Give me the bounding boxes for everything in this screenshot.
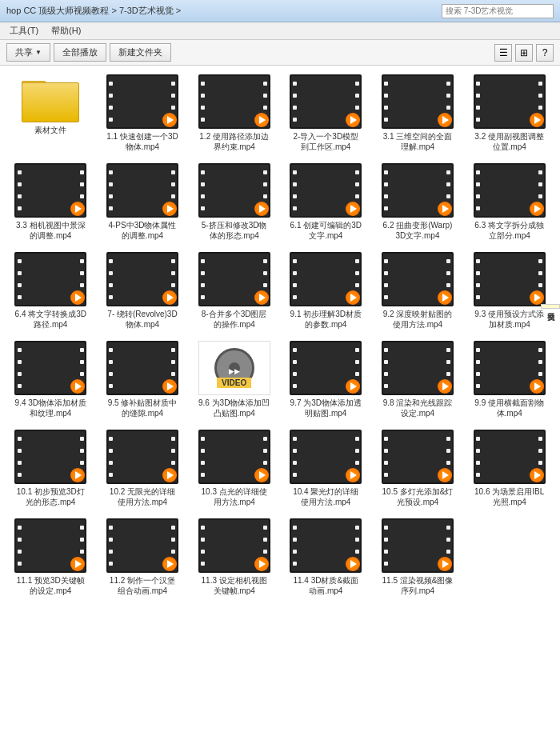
list-item[interactable]: 2-导入一个3D模型到工作区.mp4 <box>282 72 370 154</box>
play-button[interactable] <box>254 557 269 571</box>
main-area: 素材文件 <box>0 66 560 740</box>
list-item[interactable]: Ghibelline 6.2 扭曲变形(Warp)3D文字.mp4 <box>374 161 462 243</box>
list-item[interactable]: 6.1 创建可编辑的3D文字.mp4 <box>282 161 370 243</box>
play-button[interactable] <box>530 379 544 394</box>
thumbnail-wrapper <box>474 74 546 129</box>
help-button[interactable]: ? <box>536 44 554 62</box>
list-item[interactable]: 9.3 使用预设方式添加材质.mp4 <box>465 250 554 332</box>
list-item[interactable]: DOLPHIN 6.3 将文字拆分成独立部分.mp4 <box>465 161 554 243</box>
play-button[interactable] <box>438 113 452 127</box>
thumbnail-wrapper <box>14 163 86 218</box>
list-item[interactable]: ▶▶ VIDEO 9.6 为3D物体添加凹凸贴图.mp4 <box>190 338 278 421</box>
thumbnail-wrapper: Ghibelline <box>382 163 454 218</box>
file-label: 素材文件 <box>34 125 66 135</box>
file-label: 1.1 快速创建一个3D物体.mp4 <box>106 131 178 152</box>
list-item[interactable]: 11.3 设定相机视图关键帧.mp4 <box>190 516 278 598</box>
play-button[interactable] <box>254 202 269 216</box>
file-grid-container[interactable]: 素材文件 <box>0 66 560 740</box>
play-button[interactable] <box>438 379 452 394</box>
list-item[interactable]: 3.1 三维空间的全面理解.mp4 <box>374 72 462 154</box>
file-label: 6.2 扭曲变形(Warp)3D文字.mp4 <box>382 220 454 241</box>
play-button[interactable] <box>162 202 177 216</box>
file-label: 3.3 相机视图中景深的调整.mp4 <box>14 220 86 241</box>
thumbnail-wrapper <box>290 341 362 395</box>
menu-help[interactable]: 帮助(H) <box>45 23 87 38</box>
list-item[interactable]: 9.2 深度映射贴图的使用方法.mp4 <box>374 250 462 332</box>
list-item[interactable]: 9.7 为3D物体添加透明贴图.mp4 <box>282 338 370 421</box>
list-item[interactable]: 8-合并多个3D图层的操作.mp4 <box>190 250 278 332</box>
play-button[interactable] <box>254 468 269 482</box>
list-item[interactable]: 9.5 修补贴图材质中的缝隙.mp4 <box>98 338 187 421</box>
play-button[interactable] <box>162 290 177 305</box>
view-list-button[interactable]: ☰ <box>494 44 512 62</box>
play-button[interactable] <box>530 290 544 305</box>
new-folder-button[interactable]: 新建文件夹 <box>110 43 171 62</box>
file-label: 6.1 创建可编辑的3D文字.mp4 <box>290 220 362 241</box>
list-item[interactable]: 9.8 渲染和光线跟踪设定.mp4 <box>374 338 462 421</box>
list-item[interactable]: 1.2 使用路径添加边界约束.mp4 <box>190 72 278 154</box>
list-item[interactable]: 3.2 使用副视图调整位置.mp4 <box>465 72 554 154</box>
thumbnail-wrapper <box>290 252 362 306</box>
play-button[interactable] <box>530 113 544 127</box>
thumbnail-wrapper <box>106 74 178 129</box>
thumbnail-wrapper: DOLPHIN <box>474 163 546 218</box>
search-input[interactable] <box>446 6 550 15</box>
list-item[interactable]: 10.6 为场景启用IBL光照.mp4 <box>465 427 554 510</box>
menu-tools[interactable]: 工具(T) <box>3 23 45 38</box>
thumbnail-wrapper <box>106 341 178 395</box>
thumbnail-wrapper <box>106 163 178 218</box>
play-button[interactable] <box>530 202 544 216</box>
title-bar: hop CC 顶级大师视频教程 > 7-3D艺术视觉 > <box>0 0 560 22</box>
list-item[interactable]: 10.3 点光的详细使用方法.mp4 <box>190 427 278 510</box>
file-label: 3.2 使用副视图调整位置.mp4 <box>474 131 546 152</box>
list-item[interactable]: 10.5 多灯光添加&灯光预设.mp4 <box>374 427 462 510</box>
file-label: 9.4 3D物体添加材质和纹理.mp4 <box>14 398 86 418</box>
list-item[interactable]: 9.1 初步理解3D材质的参数.mp4 <box>282 250 370 332</box>
play-button[interactable] <box>162 468 177 482</box>
play-button[interactable] <box>438 468 452 482</box>
list-item[interactable]: 10.1 初步预览3D灯光的形态.mp4 <box>6 427 95 510</box>
video-icon: ▶▶ VIDEO <box>198 341 270 395</box>
list-item[interactable]: 5-挤压和修改3D物体的形态.mp4 <box>190 161 278 243</box>
play-button[interactable] <box>254 113 269 127</box>
file-label: 10.2 无限光的详细使用方法.mp4 <box>106 486 178 507</box>
view-grid-button[interactable]: ⊞ <box>515 44 533 62</box>
list-item[interactable]: 1.1 快速创建一个3D物体.mp4 <box>98 72 187 154</box>
list-item[interactable]: DOLPHIN 10.4 聚光灯的详细使用方法.mp4 <box>282 427 370 510</box>
list-item[interactable]: DOLPHIN 3D 11.1 预览3D关键帧的设定.mp4 <box>6 516 95 598</box>
title-bar-path: hop CC 顶级大师视频教程 > 7-3D艺术视觉 > <box>6 5 442 17</box>
thumbnail-wrapper <box>290 74 362 129</box>
share-button[interactable]: 共享 ▼ <box>6 43 50 62</box>
thumbnail-wrapper <box>14 430 86 484</box>
thumbnail-wrapper <box>106 518 178 573</box>
file-label: 10.3 点光的详细使用方法.mp4 <box>198 486 270 507</box>
list-item[interactable]: 素材文件 <box>6 72 95 154</box>
search-box[interactable] <box>442 4 554 18</box>
thumbnail-wrapper <box>290 163 362 218</box>
toolbar-right: ☰ ⊞ ? <box>494 44 554 62</box>
play-button[interactable] <box>438 290 452 305</box>
play-all-button[interactable]: 全部播放 <box>54 43 106 62</box>
list-item[interactable]: 11.2 制作一个汉堡组合动画.mp4 <box>98 516 187 598</box>
list-item[interactable]: DOLPHIN 11.4 3D材质&截面动画.mp4 <box>282 516 370 598</box>
play-button[interactable] <box>438 202 452 216</box>
list-item[interactable]: 4-PS中3D物体属性的调整.mp4 <box>98 161 187 243</box>
list-item[interactable]: 9.9 使用横截面割物体.mp4 <box>465 338 554 421</box>
file-label: 11.1 预览3D关键帧的设定.mp4 <box>14 575 86 596</box>
play-button[interactable] <box>162 113 177 127</box>
play-button[interactable] <box>438 557 452 571</box>
play-button[interactable] <box>530 468 544 482</box>
list-item[interactable]: 10.2 无限光的详细使用方法.mp4 <box>98 427 187 510</box>
play-button[interactable] <box>162 557 177 571</box>
list-item[interactable]: 3.3 相机视图中景深的调整.mp4 <box>6 161 95 243</box>
folder-icon <box>22 74 79 122</box>
play-button[interactable] <box>162 379 177 394</box>
file-grid: 素材文件 <box>6 72 554 598</box>
play-button[interactable] <box>254 290 269 305</box>
list-item[interactable]: 9.4 3D物体添加材质和纹理.mp4 <box>6 338 95 421</box>
list-item[interactable]: 11.5 渲染视频&图像序列.mp4 <box>374 516 462 598</box>
thumbnail-wrapper <box>382 518 454 573</box>
list-item[interactable]: DOLPHIN 6.4 将文字转换成3D路径.mp4 <box>6 250 95 332</box>
file-label: 10.6 为场景启用IBL光照.mp4 <box>474 486 546 507</box>
list-item[interactable]: 7- 绕转(Revolve)3D物体.mp4 <box>98 250 187 332</box>
